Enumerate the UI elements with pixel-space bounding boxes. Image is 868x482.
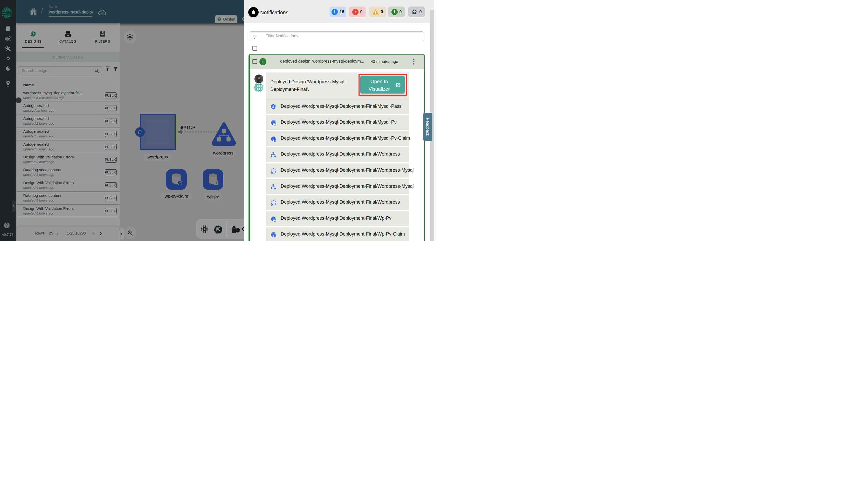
svg-text:?: ? <box>274 235 276 238</box>
svg-text:?: ? <box>274 139 276 142</box>
